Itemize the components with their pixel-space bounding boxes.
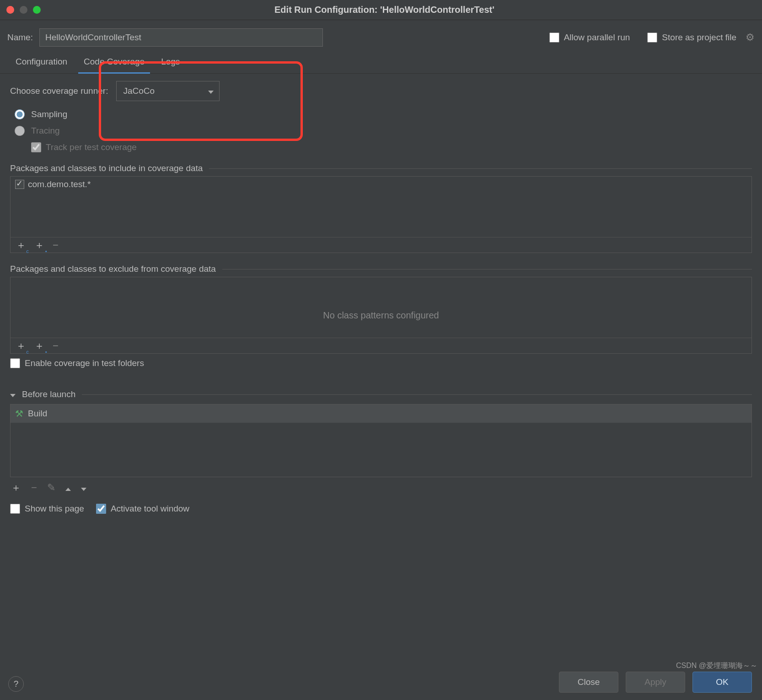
coverage-runner-value: JaCoCo: [123, 86, 155, 96]
exclude-header-label: Packages and classes to exclude from cov…: [10, 264, 216, 274]
include-item-label: com.demo.test.*: [28, 179, 91, 189]
exclude-header: Packages and classes to exclude from cov…: [10, 264, 752, 274]
hammer-icon: ⚒: [15, 408, 23, 419]
name-input[interactable]: [39, 28, 323, 47]
show-this-page-checkbox[interactable]: Show this page: [10, 504, 84, 514]
tab-code-coverage[interactable]: Code Coverage: [75, 51, 153, 73]
store-as-file-label: Store as project file: [662, 32, 736, 43]
edit-icon[interactable]: ✎: [47, 482, 55, 494]
show-this-page-label: Show this page: [25, 504, 84, 514]
watermark: CSDN @爱埋珊瑚海～～: [676, 661, 757, 671]
include-header-label: Packages and classes to include in cover…: [10, 163, 203, 173]
activate-tool-window-checkbox[interactable]: Activate tool window: [96, 504, 189, 514]
enable-test-folders-input[interactable]: [10, 358, 20, 368]
allow-parallel-checkbox[interactable]: Allow parallel run: [549, 32, 630, 43]
include-toolbar: ＋c ＋▪ −: [11, 237, 751, 253]
before-launch-list[interactable]: ⚒ Build: [10, 404, 752, 477]
coverage-runner-select[interactable]: JaCoCo: [116, 81, 220, 101]
include-header: Packages and classes to include in cover…: [10, 163, 752, 173]
move-down-icon[interactable]: [81, 482, 86, 494]
add-class-icon[interactable]: ＋c: [16, 238, 26, 252]
before-launch-item-label: Build: [28, 409, 47, 419]
allow-parallel-label: Allow parallel run: [564, 32, 630, 43]
name-row: Name: Allow parallel run Store as projec…: [0, 20, 762, 51]
tabs: Configuration Code Coverage Logs: [0, 51, 762, 74]
sampling-label: Sampling: [31, 109, 67, 119]
remove-icon[interactable]: −: [53, 340, 59, 352]
sampling-input[interactable]: [15, 109, 25, 119]
remove-icon[interactable]: −: [31, 482, 37, 494]
tracing-input: [15, 126, 25, 136]
include-item-checkbox[interactable]: [15, 180, 24, 189]
tab-logs[interactable]: Logs: [153, 51, 188, 73]
sampling-radio[interactable]: Sampling: [15, 109, 752, 119]
chevron-down-icon: [208, 86, 214, 96]
show-this-page-input[interactable]: [10, 504, 20, 514]
remove-icon[interactable]: −: [53, 239, 59, 251]
add-package-icon[interactable]: ＋▪: [34, 238, 44, 252]
window-title: Edit Run Configuration: 'HelloWorldContr…: [13, 5, 756, 15]
include-list[interactable]: com.demo.test.* ＋c ＋▪ −: [10, 176, 752, 253]
add-package-icon[interactable]: ＋▪: [34, 339, 44, 353]
allow-parallel-input[interactable]: [549, 32, 559, 43]
list-item[interactable]: com.demo.test.*: [11, 177, 751, 192]
activate-tool-window-input[interactable]: [96, 504, 106, 514]
activate-tool-window-label: Activate tool window: [111, 504, 189, 514]
dialog-buttons: Close Apply OK: [559, 672, 752, 693]
help-button[interactable]: ?: [8, 676, 24, 692]
before-launch-header[interactable]: Before launch: [10, 389, 752, 399]
add-class-icon[interactable]: ＋c: [16, 339, 26, 353]
store-as-file-checkbox[interactable]: Store as project file: [647, 32, 736, 43]
move-up-icon[interactable]: [65, 482, 71, 494]
tab-configuration[interactable]: Configuration: [7, 51, 75, 73]
exclude-toolbar: ＋c ＋▪ −: [11, 338, 751, 353]
enable-test-folders-checkbox[interactable]: Enable coverage in test folders: [10, 358, 752, 368]
coverage-runner-label: Choose coverage runner:: [10, 86, 108, 96]
before-launch-label: Before launch: [22, 389, 75, 399]
ok-button[interactable]: OK: [692, 672, 752, 693]
exclude-list[interactable]: No class patterns configured ＋c ＋▪ −: [10, 277, 752, 354]
track-per-test-checkbox: Track per test coverage: [31, 142, 752, 152]
list-item[interactable]: ⚒ Build: [11, 404, 751, 423]
footer-options: Show this page Activate tool window: [0, 498, 762, 519]
tracing-label: Tracing: [31, 126, 60, 136]
tracing-radio: Tracing: [15, 126, 752, 136]
track-per-test-input: [31, 142, 41, 152]
track-per-test-label: Track per test coverage: [46, 142, 137, 152]
gear-icon[interactable]: ⚙: [746, 32, 755, 43]
name-label: Name:: [7, 32, 33, 43]
store-as-file-input[interactable]: [647, 32, 657, 43]
titlebar: Edit Run Configuration: 'HelloWorldContr…: [0, 0, 762, 20]
apply-button[interactable]: Apply: [626, 672, 685, 693]
before-launch-toolbar: ＋ − ✎: [10, 477, 752, 498]
exclude-empty-text: No class patterns configured: [323, 310, 439, 321]
enable-test-folders-label: Enable coverage in test folders: [25, 358, 144, 368]
add-icon[interactable]: ＋: [11, 481, 21, 495]
collapse-icon[interactable]: [10, 389, 16, 399]
close-button[interactable]: Close: [559, 672, 618, 693]
